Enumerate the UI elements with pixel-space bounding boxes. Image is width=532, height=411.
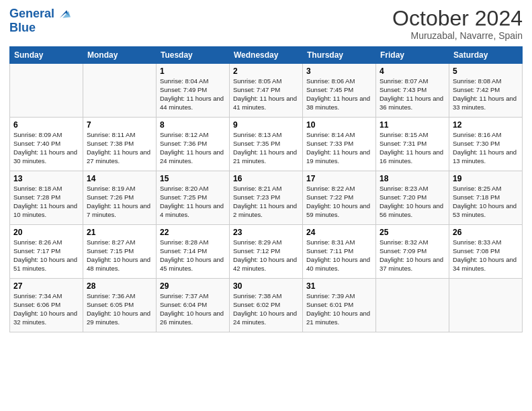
calendar-cell: 9Sunrise: 8:13 AMSunset: 7:35 PMDaylight… [230,118,303,171]
day-number: 19 [453,174,519,183]
calendar-cell: 11Sunrise: 8:15 AMSunset: 7:31 PMDayligh… [376,118,449,171]
calendar-cell: 19Sunrise: 8:25 AMSunset: 7:18 PMDayligh… [449,171,523,225]
cell-content: Sunrise: 8:21 AMSunset: 7:23 PMDaylight:… [233,185,299,219]
day-number: 11 [380,120,445,130]
calendar-cell: 24Sunrise: 8:31 AMSunset: 7:11 PMDayligh… [303,225,376,279]
calendar-cell: 10Sunrise: 8:14 AMSunset: 7:33 PMDayligh… [303,118,376,171]
day-number: 28 [87,281,152,291]
week-row-2: 6Sunrise: 8:09 AMSunset: 7:40 PMDaylight… [10,118,523,171]
logo-icon [56,7,71,21]
cell-content: Sunrise: 8:08 AMSunset: 7:42 PMDaylight:… [453,77,519,111]
week-row-5: 27Sunrise: 7:34 AMSunset: 6:06 PMDayligh… [10,279,523,332]
calendar-cell [376,279,449,332]
page: General Blue October 2024 Muruzabal, Nav… [0,0,532,411]
logo: General Blue [9,7,71,34]
cell-content: Sunrise: 8:18 AMSunset: 7:28 PMDaylight:… [13,185,79,219]
day-number: 22 [160,228,226,237]
day-number: 18 [380,174,445,183]
day-number: 12 [453,120,519,130]
calendar-cell: 30Sunrise: 7:38 AMSunset: 6:02 PMDayligh… [230,279,303,332]
calendar-cell: 4Sunrise: 8:07 AMSunset: 7:43 PMDaylight… [376,64,449,118]
weekday-header-monday: Monday [83,47,157,64]
cell-content: Sunrise: 8:26 AMSunset: 7:17 PMDaylight:… [13,238,79,273]
calendar-cell: 20Sunrise: 8:26 AMSunset: 7:17 PMDayligh… [10,225,83,279]
logo-text: General [9,7,54,21]
day-number: 1 [160,66,226,76]
cell-content: Sunrise: 7:39 AMSunset: 6:01 PMDaylight:… [306,292,372,326]
calendar-cell: 21Sunrise: 8:27 AMSunset: 7:15 PMDayligh… [83,225,157,279]
calendar-table: SundayMondayTuesdayWednesdayThursdayFrid… [9,46,523,332]
cell-content: Sunrise: 8:06 AMSunset: 7:45 PMDaylight:… [306,77,372,111]
cell-content: Sunrise: 8:23 AMSunset: 7:20 PMDaylight:… [380,185,445,219]
calendar-cell: 6Sunrise: 8:09 AMSunset: 7:40 PMDaylight… [10,118,83,171]
day-number: 20 [13,228,79,237]
cell-content: Sunrise: 7:37 AMSunset: 6:04 PMDaylight:… [160,292,226,326]
calendar-cell: 15Sunrise: 8:20 AMSunset: 7:25 PMDayligh… [157,171,230,225]
day-number: 15 [160,174,226,183]
calendar-cell: 3Sunrise: 8:06 AMSunset: 7:45 PMDaylight… [303,64,376,118]
day-number: 5 [453,66,519,76]
week-row-4: 20Sunrise: 8:26 AMSunset: 7:17 PMDayligh… [10,225,523,279]
cell-content: Sunrise: 8:28 AMSunset: 7:14 PMDaylight:… [160,238,226,273]
week-row-1: 1Sunrise: 8:04 AMSunset: 7:49 PMDaylight… [10,64,523,118]
cell-content: Sunrise: 8:13 AMSunset: 7:35 PMDaylight:… [233,131,299,165]
cell-content: Sunrise: 8:04 AMSunset: 7:49 PMDaylight:… [160,77,226,111]
calendar-cell: 1Sunrise: 8:04 AMSunset: 7:49 PMDaylight… [157,64,230,118]
header: General Blue October 2024 Muruzabal, Nav… [9,7,523,41]
calendar-cell: 27Sunrise: 7:34 AMSunset: 6:06 PMDayligh… [10,279,83,332]
day-number: 26 [453,228,519,237]
calendar-cell: 17Sunrise: 8:22 AMSunset: 7:22 PMDayligh… [303,171,376,225]
day-number: 23 [233,228,299,237]
calendar-cell: 2Sunrise: 8:05 AMSunset: 7:47 PMDaylight… [230,64,303,118]
day-number: 31 [306,281,372,291]
cell-content: Sunrise: 8:05 AMSunset: 7:47 PMDaylight:… [233,77,299,111]
day-number: 30 [233,281,299,291]
calendar-cell: 18Sunrise: 8:23 AMSunset: 7:20 PMDayligh… [376,171,449,225]
day-number: 6 [13,120,79,130]
cell-content: Sunrise: 8:20 AMSunset: 7:25 PMDaylight:… [160,185,226,219]
calendar-cell: 23Sunrise: 8:29 AMSunset: 7:12 PMDayligh… [230,225,303,279]
day-number: 13 [13,174,79,183]
weekday-header-row: SundayMondayTuesdayWednesdayThursdayFrid… [10,47,523,64]
day-number: 16 [233,174,299,183]
week-row-3: 13Sunrise: 8:18 AMSunset: 7:28 PMDayligh… [10,171,523,225]
calendar-cell: 22Sunrise: 8:28 AMSunset: 7:14 PMDayligh… [157,225,230,279]
calendar-cell: 14Sunrise: 8:19 AMSunset: 7:26 PMDayligh… [83,171,157,225]
cell-content: Sunrise: 8:25 AMSunset: 7:18 PMDaylight:… [453,185,519,219]
cell-content: Sunrise: 8:09 AMSunset: 7:40 PMDaylight:… [13,131,79,165]
day-number: 4 [380,66,445,76]
cell-content: Sunrise: 8:12 AMSunset: 7:36 PMDaylight:… [160,131,226,165]
cell-content: Sunrise: 8:07 AMSunset: 7:43 PMDaylight:… [380,77,445,111]
calendar-cell: 26Sunrise: 8:33 AMSunset: 7:08 PMDayligh… [449,225,523,279]
cell-content: Sunrise: 8:16 AMSunset: 7:30 PMDaylight:… [453,131,519,165]
calendar-cell: 5Sunrise: 8:08 AMSunset: 7:42 PMDaylight… [449,64,523,118]
cell-content: Sunrise: 8:27 AMSunset: 7:15 PMDaylight:… [87,238,152,273]
cell-content: Sunrise: 7:34 AMSunset: 6:06 PMDaylight:… [13,292,79,326]
calendar-cell [10,64,83,118]
calendar-cell: 28Sunrise: 7:36 AMSunset: 6:05 PMDayligh… [83,279,157,332]
weekday-header-saturday: Saturday [449,47,523,64]
calendar-cell: 16Sunrise: 8:21 AMSunset: 7:23 PMDayligh… [230,171,303,225]
logo-blue: Blue [9,21,71,34]
cell-content: Sunrise: 8:15 AMSunset: 7:31 PMDaylight:… [380,131,445,165]
cell-content: Sunrise: 8:32 AMSunset: 7:09 PMDaylight:… [380,238,445,273]
cell-content: Sunrise: 8:14 AMSunset: 7:33 PMDaylight:… [306,131,372,165]
cell-content: Sunrise: 8:22 AMSunset: 7:22 PMDaylight:… [306,185,372,219]
month-title: October 2024 [392,7,523,30]
title-block: October 2024 Muruzabal, Navarre, Spain [392,7,523,41]
weekday-header-friday: Friday [376,47,449,64]
cell-content: Sunrise: 8:33 AMSunset: 7:08 PMDaylight:… [453,238,519,273]
calendar-cell: 29Sunrise: 7:37 AMSunset: 6:04 PMDayligh… [157,279,230,332]
calendar-cell: 8Sunrise: 8:12 AMSunset: 7:36 PMDaylight… [157,118,230,171]
calendar-cell: 25Sunrise: 8:32 AMSunset: 7:09 PMDayligh… [376,225,449,279]
calendar-cell: 13Sunrise: 8:18 AMSunset: 7:28 PMDayligh… [10,171,83,225]
calendar-cell: 12Sunrise: 8:16 AMSunset: 7:30 PMDayligh… [449,118,523,171]
day-number: 25 [380,228,445,237]
cell-content: Sunrise: 8:31 AMSunset: 7:11 PMDaylight:… [306,238,372,273]
cell-content: Sunrise: 8:11 AMSunset: 7:38 PMDaylight:… [87,131,152,165]
day-number: 8 [160,120,226,130]
day-number: 24 [306,228,372,237]
day-number: 17 [306,174,372,183]
day-number: 27 [13,281,79,291]
cell-content: Sunrise: 8:29 AMSunset: 7:12 PMDaylight:… [233,238,299,273]
